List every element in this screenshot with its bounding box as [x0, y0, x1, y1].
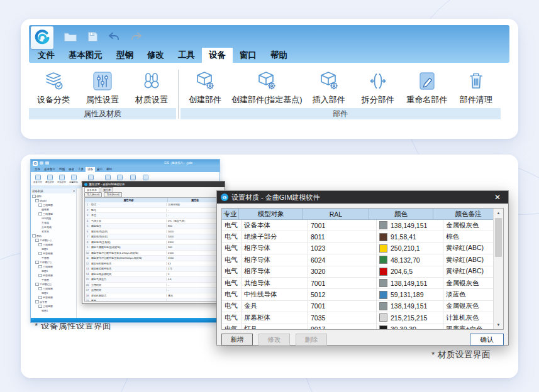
tree-expander-icon[interactable] — [38, 204, 42, 207]
ribbon-tool[interactable]: 创建部件 — [181, 69, 230, 106]
mini-tree-close-icon[interactable]: × — [73, 190, 75, 193]
tree-item[interactable]: 三维视图 — [32, 242, 76, 247]
ribbon-tool[interactable]: 插入部件 — [304, 69, 353, 106]
property-dialog-tab[interactable]: 设备本体 — [84, 187, 99, 192]
property-row[interactable]: 18操动机构型式液压 — [85, 293, 222, 299]
tree-item[interactable]: 主母线 — [32, 220, 76, 225]
property-row[interactable]: 8额定电流(主母线)6300 — [85, 240, 222, 246]
tree-item[interactable]: 工程图(三) — [32, 282, 76, 286]
scrollbar[interactable]: ▲ ▼ — [493, 209, 503, 329]
tree-item[interactable]: 三维模型 — [32, 212, 76, 216]
tree-expander-icon[interactable] — [38, 265, 42, 269]
table-row[interactable]: 电气设备本体7001138,149,151金属银灰色 — [222, 220, 503, 231]
tree-item[interactable]: 平面图 — [32, 278, 76, 282]
tree-item[interactable]: GIS间隔 — [32, 216, 76, 220]
tree-item[interactable]: 平面视图 — [32, 251, 76, 256]
ribbon-tool[interactable]: 拆分部件 — [353, 69, 403, 106]
tree-expander-icon[interactable] — [38, 274, 42, 278]
property-row[interactable]: 13额定峰值耐受电流171 — [85, 266, 222, 272]
tree-item[interactable]: 平面视图 — [32, 295, 76, 300]
table-row[interactable]: 电气其他导体7001138,149,151金属银灰色 — [222, 278, 503, 289]
mini-menu-item[interactable]: 修改 — [67, 167, 76, 172]
table-row[interactable]: 电气屏幕柜体7035215,215,215计算机灰色 — [222, 312, 503, 324]
excel-button[interactable]: 导入(Excel) — [84, 192, 102, 197]
table-row[interactable]: 电气中性线导体501259,131,189淡蓝色 — [222, 289, 503, 300]
tree-expander-icon[interactable] — [35, 199, 39, 203]
tree-expander-icon[interactable] — [32, 195, 36, 199]
ribbon-tool[interactable]: 重命名部件 — [403, 69, 452, 106]
tree-expander-icon[interactable] — [35, 261, 39, 264]
property-row[interactable]: 9额定工频耐受电压(相对地)960 — [85, 245, 222, 251]
table-row[interactable]: 电气灯具901730,30,30黑底座+白色 — [222, 324, 503, 330]
mini-menu-item[interactable]: 工具 — [76, 167, 86, 172]
menu-item[interactable]: 帮助 — [264, 48, 294, 63]
mini-menu-item[interactable]: 型钢 — [57, 167, 67, 172]
menu-item[interactable]: 设备 — [202, 48, 233, 63]
ribbon-tool[interactable]: 设备分类 — [29, 69, 78, 106]
property-row[interactable]: 7额定电流(分支)5000 — [85, 234, 222, 240]
mini-window-titlebar[interactable]: G GIS（整改第八）.jydw — [31, 160, 219, 166]
table-row[interactable]: 电气相序导体1023250,210,1黄绿红(ABC) — [222, 243, 503, 254]
property-row[interactable]: 2型号- — [85, 208, 222, 214]
excel-button[interactable]: 导出(Excel) — [104, 192, 121, 197]
ribbon-tool[interactable]: 属性设置 — [78, 69, 127, 106]
ribbon-tool[interactable]: 创建部件(指定基点) — [230, 69, 304, 106]
ribbon-tool[interactable]: 材质设置 — [127, 69, 176, 106]
tree-item[interactable]: 工程图(一) — [32, 238, 76, 242]
tree-item[interactable]: 设备图 — [32, 300, 76, 304]
app-titlebar[interactable]: 文件基本图元型钢修改工具设备窗口帮助 — [29, 25, 509, 63]
scroll-up-icon[interactable]: ▲ — [494, 209, 503, 217]
property-row[interactable]: 16分闸时间- — [85, 283, 222, 288]
add-button[interactable]: 新增 — [221, 334, 253, 346]
scroll-down-icon[interactable]: ▼ — [494, 320, 503, 329]
tree-item[interactable]: 视图1 — [32, 308, 76, 313]
menu-item[interactable]: 修改 — [140, 48, 171, 63]
tree-item[interactable]: 图纸 — [32, 234, 76, 238]
tree-item[interactable]: 避雷器 — [32, 229, 76, 234]
property-row[interactable]: 6额定电流(总体)5000 — [85, 229, 222, 235]
property-row[interactable]: 12额定短时耐受电流63 — [85, 261, 222, 267]
table-row[interactable]: 电气相序导体602448,132,70黄绿红(ABC) — [222, 254, 503, 266]
tree-item[interactable]: 三维视图 — [32, 304, 76, 308]
tree-item[interactable]: 三维视图 — [32, 286, 76, 291]
property-row[interactable]: 19重量- — [85, 298, 222, 302]
property-dialog[interactable]: 属性设置 - 金曲GIM建模软件 设备本体属性库 导入(Excel)导出(Exc… — [82, 181, 225, 304]
delete-button[interactable]: 删除 — [296, 334, 327, 346]
tree-expander-icon[interactable] — [38, 252, 42, 256]
tree-expander-icon[interactable] — [38, 305, 42, 308]
mini-menu-item[interactable]: 设备 — [86, 167, 95, 172]
property-row[interactable]: 14额定短路持续时间3 — [85, 272, 222, 278]
undo-icon[interactable] — [108, 32, 120, 41]
property-row[interactable]: 5额定电压800 — [85, 224, 222, 229]
tree-expander-icon[interactable] — [38, 212, 42, 216]
menu-item[interactable]: 基本图元 — [62, 48, 109, 63]
mini-menu-item[interactable]: 窗口 — [95, 167, 104, 172]
tree-item[interactable]: 三维视图 — [32, 264, 76, 269]
save-icon[interactable] — [87, 31, 98, 42]
tree-item[interactable]: 视图1 — [32, 247, 76, 251]
property-row[interactable]: 15额定气体压力0.6 — [85, 277, 222, 283]
confirm-button[interactable]: 确认 — [470, 334, 504, 346]
property-dialog-tab[interactable]: 属性库 — [101, 187, 113, 192]
property-row[interactable]: 11额定操作冲击耐受电压值(250/2500μs,相对地)1550 — [85, 256, 222, 261]
tree-expander-icon[interactable] — [35, 283, 39, 286]
table-row[interactable]: 电气绝缘子部分801191,58,41棕色 — [222, 231, 503, 242]
tree-item[interactable]: 视图1 — [32, 269, 76, 273]
tree-item[interactable]: 模型 — [32, 194, 76, 199]
tree-item[interactable]: 分支母线 — [32, 225, 76, 229]
material-dialog-titlebar[interactable]: G 设置材质 - 金曲GIM建模软件 ✕ — [217, 191, 508, 204]
tree-expander-icon[interactable] — [35, 239, 39, 242]
property-dialog-titlebar[interactable]: 属性设置 - 金曲GIM建模软件 — [82, 182, 225, 187]
menu-item[interactable]: 工具 — [171, 48, 202, 63]
tree-item[interactable]: 工程图(二) — [32, 260, 76, 264]
tree-item[interactable]: 平面图 — [32, 256, 76, 260]
tree-expander-icon[interactable] — [35, 300, 39, 304]
app-logo-icon[interactable] — [31, 26, 53, 49]
menu-item[interactable]: 文件 — [31, 48, 62, 63]
tree-item[interactable]: 视图1 — [32, 291, 76, 295]
mini-menu-item[interactable]: 帮助 — [104, 167, 114, 172]
tree-item[interactable]: 平面视图 — [32, 273, 76, 278]
close-icon[interactable]: ✕ — [491, 193, 504, 202]
tree-expander-icon[interactable] — [38, 296, 42, 300]
open-folder-icon[interactable] — [64, 31, 77, 42]
